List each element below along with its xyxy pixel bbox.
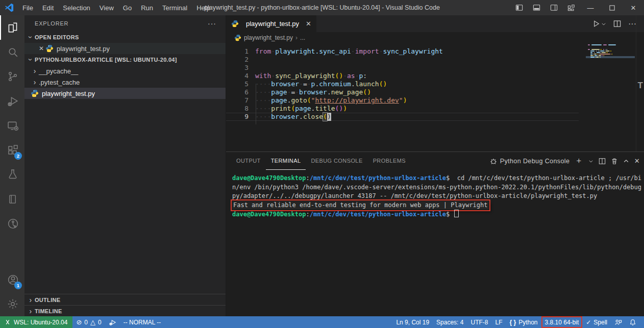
workspace-folder-header[interactable]: › PYTHON-URLBOX-ARTICLE [WSL: UBUNTU-20.… [24, 54, 226, 65]
panel-tab-output[interactable]: OUTPUT [231, 152, 266, 170]
menu-run[interactable]: Run [136, 0, 158, 15]
run-python-file-button[interactable] [590, 20, 609, 28]
editor-tab-bar: playwright_test.py ✕ ··· [226, 15, 644, 32]
split-editor-icon[interactable] [611, 20, 624, 28]
run-and-debug-icon[interactable] [0, 89, 24, 113]
code-line-7[interactable]: 7····page.goto("http://playwright.dev") [226, 96, 579, 105]
panel-tab-terminal[interactable]: TERMINAL [266, 152, 306, 170]
accounts-icon[interactable]: 1 [0, 267, 24, 292]
jupyter-icon[interactable] [0, 211, 24, 236]
code-token: ···· [255, 88, 271, 96]
status-problems[interactable]: ⊘0△0 [72, 316, 105, 328]
status-language-mode[interactable]: { }Python [506, 316, 541, 328]
status-indentation[interactable]: Spaces: 4 [433, 316, 467, 328]
status-notifications[interactable] [626, 316, 640, 328]
status-remote-indicator[interactable]: WSL: Ubuntu-20.04 [0, 316, 72, 328]
block-cursor: ) [327, 113, 331, 121]
menu-edit[interactable]: Edit [38, 0, 58, 15]
code-line-8[interactable]: 8····print(page.title()) [226, 105, 579, 113]
toggle-panel-icon[interactable] [528, 0, 545, 15]
panel-tab-problems[interactable]: PROBLEMS [368, 152, 411, 170]
terminal-cursor [454, 210, 459, 217]
explorer-sidebar: EXPLORER ··· › OPEN EDITORS ✕ playwright… [24, 15, 226, 316]
close-editor-icon[interactable]: ✕ [37, 45, 45, 52]
panel-tabs: OUTPUTTERMINALDEBUG CONSOLEPROBLEMS [231, 152, 411, 170]
terminal-dropdown-icon[interactable] [588, 159, 593, 164]
debug-console-selector[interactable]: Python Debug Console [489, 157, 570, 165]
minimize-button[interactable]: — [580, 0, 601, 15]
toggle-secondary-sidebar-icon[interactable] [545, 0, 562, 15]
timeline-header[interactable]: › TIMELINE [24, 305, 226, 316]
open-editor-item[interactable]: ✕ playwright_test.py [24, 43, 226, 54]
settings-gear-icon[interactable] [0, 292, 24, 316]
status-eol[interactable]: LF [491, 316, 506, 328]
status-encoding[interactable]: UTF-8 [467, 316, 491, 328]
maximize-button[interactable] [601, 0, 623, 15]
more-actions-icon[interactable]: ··· [626, 19, 639, 29]
outline-header[interactable]: › OUTLINE [24, 294, 226, 305]
status-run-debug-status[interactable] [105, 316, 120, 328]
code-line-5[interactable]: 5····browser·=·p.chromium.launch() [226, 80, 579, 88]
line-number: 1 [226, 47, 249, 56]
code-line-9[interactable]: 9····browser.close() [226, 113, 579, 121]
code-line-3[interactable]: 3 [226, 64, 579, 72]
kill-terminal-icon[interactable] [611, 158, 618, 165]
terminal-line-4: Fast and reliable end-to-end testing for… [232, 201, 644, 210]
breadcrumb[interactable]: playwright_test.py › ... [226, 32, 644, 43]
scrollbar[interactable] [636, 15, 636, 152]
explorer-icon[interactable] [0, 15, 24, 40]
code-token: · [355, 72, 359, 80]
search-icon[interactable] [0, 40, 24, 64]
explorer-more-actions[interactable]: ··· [208, 19, 216, 28]
customize-layout-icon[interactable] [562, 0, 580, 15]
tab-playwright-test[interactable]: playwright_test.py ✕ [226, 15, 316, 32]
status-python-interpreter[interactable]: 3.8.10 64-bit [541, 316, 583, 328]
empty-line [255, 64, 259, 72]
warning-icon: △ [90, 318, 95, 326]
tab-close-icon[interactable]: ✕ [306, 20, 311, 28]
toggle-sidebar-icon[interactable] [510, 0, 528, 15]
breadcrumb-file[interactable]: playwright_test.py [244, 34, 293, 41]
minimap[interactable] [586, 44, 635, 152]
code-line-4[interactable]: 4with·sync_playwright()·as·p: [226, 72, 579, 80]
vscode-logo-icon [5, 3, 14, 12]
code-token: . [287, 96, 291, 105]
extensions-icon[interactable]: 2 [0, 138, 24, 162]
folder-item--pytest-cache[interactable]: ›.pytest_cache [24, 77, 226, 88]
testing-icon[interactable] [0, 162, 24, 187]
file-item-playwright-test-py[interactable]: playwright_test.py [24, 88, 226, 99]
status-feedback[interactable] [611, 316, 626, 328]
close-panel-icon[interactable]: ✕ [634, 157, 640, 165]
editor-group: playwright_test.py ✕ ··· playwright_test… [226, 15, 644, 152]
menu-view[interactable]: View [95, 0, 118, 15]
terminal-output[interactable]: dave@Dave4790Desktop:/mnt/c/dev/test/pyt… [226, 170, 644, 219]
code-token: import [355, 47, 379, 56]
panel-tab-debug-console[interactable]: DEBUG CONSOLE [306, 152, 367, 170]
new-terminal-icon[interactable]: ＋ [575, 156, 583, 166]
open-editors-header[interactable]: › OPEN EDITORS [24, 32, 226, 43]
status-spell-checker[interactable]: ✓Spell [582, 316, 611, 328]
maximize-panel-icon[interactable] [623, 158, 629, 164]
menu-selection[interactable]: Selection [58, 0, 94, 15]
code-line-1[interactable]: 1from·playwright.sync_api·import·sync_pl… [226, 47, 579, 56]
folder-item--pycache-[interactable]: ›__pycache__ [24, 65, 226, 77]
terminal-text: /mnt/c/dev/test/python-urlbox-article [310, 174, 446, 182]
menu-go[interactable]: Go [118, 0, 136, 15]
code-editor[interactable]: 1from·playwright.sync_api·import·sync_pl… [226, 43, 644, 152]
breadcrumb-more[interactable]: ... [300, 34, 305, 41]
status-cursor-position[interactable]: Ln 9, Col 19 [392, 316, 433, 328]
split-terminal-icon[interactable] [599, 158, 606, 165]
notebook-icon[interactable] [0, 187, 24, 211]
code-line-2[interactable]: 2 [226, 56, 579, 64]
code-token: . [311, 105, 315, 113]
menu-terminal[interactable]: Terminal [158, 0, 192, 15]
minimap-token [588, 57, 590, 58]
code-line-6[interactable]: 6····page·=·browser.new_page() [226, 88, 579, 96]
code-token: " [399, 96, 403, 105]
status-vim-mode[interactable]: -- NORMAL -- [120, 316, 165, 328]
sidebar-title: EXPLORER [35, 20, 68, 27]
menu-file[interactable]: File [18, 0, 38, 15]
remote-explorer-icon[interactable] [0, 113, 24, 138]
source-control-icon[interactable] [0, 64, 24, 89]
close-button[interactable]: ✕ [623, 0, 644, 15]
